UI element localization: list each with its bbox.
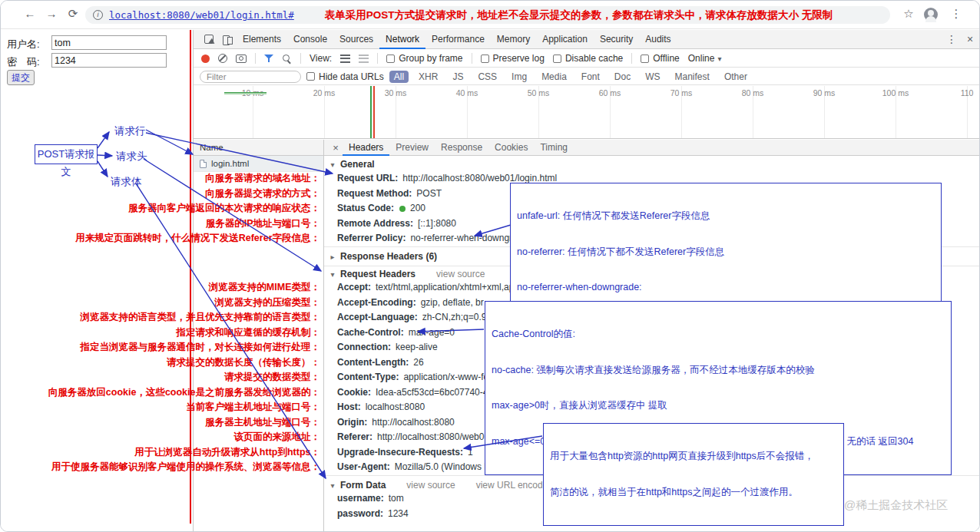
browser-window: ← → ⟳ i localhost:8080/web01/login.html#… xyxy=(0,0,980,532)
checkbox-icon xyxy=(306,72,315,81)
annotation-line: 请求提交的数据长度（传输长度）： xyxy=(48,355,320,371)
tab-sources[interactable]: Sources xyxy=(333,30,379,49)
forward-icon[interactable]: → xyxy=(44,7,59,20)
screenshot-icon[interactable] xyxy=(236,55,247,63)
password-input[interactable] xyxy=(51,53,167,68)
filter-type-all[interactable]: All xyxy=(389,71,409,83)
detail-tab-cookies[interactable]: Cookies xyxy=(488,140,534,156)
preserve-log-checkbox[interactable]: Preserve log xyxy=(481,53,545,64)
tab-network[interactable]: Network xyxy=(379,30,425,49)
filter-type-media[interactable]: Media xyxy=(537,71,571,83)
bookmark-star-icon[interactable]: ☆ xyxy=(901,7,916,21)
password-label: 密 码: xyxy=(7,55,40,69)
throttling-value: Online xyxy=(688,53,715,64)
watermark: @稀土掘金技术社区 xyxy=(844,498,948,513)
filter-icon[interactable] xyxy=(264,55,273,63)
timeline-tick: 50 ms xyxy=(528,88,550,97)
submit-button[interactable]: 提交 xyxy=(7,70,35,85)
browser-toolbar: ← → ⟳ i localhost:8080/web01/login.html#… xyxy=(1,1,979,29)
group-by-frame-checkbox[interactable]: Group by frame xyxy=(386,53,462,64)
tab-security[interactable]: Security xyxy=(594,30,639,49)
inspect-element-icon[interactable] xyxy=(200,30,218,49)
filter-type-manifest[interactable]: Manifest xyxy=(670,71,714,83)
network-filter-input[interactable] xyxy=(200,71,301,83)
preserve-log-label: Preserve log xyxy=(493,53,545,64)
tab-memory[interactable]: Memory xyxy=(491,30,536,49)
triangle-down-icon: ▾ xyxy=(329,160,336,169)
devtools-close-icon[interactable]: × xyxy=(961,30,979,49)
note-line: Cache-Control的值: xyxy=(492,329,945,341)
filter-type-js[interactable]: JS xyxy=(448,71,468,83)
refresh-icon[interactable]: ⟳ xyxy=(65,7,81,21)
clear-icon[interactable] xyxy=(218,54,227,63)
tab-console[interactable]: Console xyxy=(287,30,333,49)
request-row[interactable]: login.html xyxy=(194,156,323,172)
tab-application[interactable]: Application xyxy=(536,30,594,49)
disable-cache-checkbox[interactable]: Disable cache xyxy=(553,53,623,64)
timeline-tick: 30 ms xyxy=(385,88,407,97)
network-overview[interactable]: 10 ms 20 ms 30 ms 40 ms 50 ms 60 ms 70 m… xyxy=(194,86,979,139)
request-name: login.html xyxy=(211,159,249,168)
view-source-link[interactable]: view source xyxy=(406,480,455,491)
detail-tab-response[interactable]: Response xyxy=(435,140,488,156)
view-list-icon[interactable] xyxy=(340,55,350,63)
username-input[interactable] xyxy=(51,35,167,50)
view-label: View: xyxy=(310,53,332,64)
filter-type-xhr[interactable]: XHR xyxy=(414,71,442,83)
note-line: 简洁的说，就相当于在http和https之间起的一个过渡作用。 xyxy=(550,487,837,499)
group-by-frame-label: Group by frame xyxy=(399,53,462,64)
note-line: no-referrer: 任何情况下都不发送Referer字段信息 xyxy=(517,246,935,259)
address-bar[interactable]: i localhost:8080/web01/login.html# 表单采用P… xyxy=(85,6,890,24)
filter-type-img[interactable]: Img xyxy=(507,71,531,83)
divider xyxy=(472,53,472,64)
filter-type-ws[interactable]: WS xyxy=(641,71,664,83)
device-toolbar-icon[interactable] xyxy=(218,30,237,49)
annotation-line: 请求提交的数据类型： xyxy=(48,370,320,385)
view-url-encoded-link[interactable]: view URL encoded xyxy=(476,480,553,491)
tab-elements[interactable]: Elements xyxy=(237,30,287,49)
upgrade-insecure-note-box: 用于大量包含http资源的http网页直接升级到https后不会报错， 简洁的说… xyxy=(543,423,844,526)
filter-type-css[interactable]: CSS xyxy=(473,71,502,83)
url-text[interactable]: localhost:8080/web01/login.html# xyxy=(109,9,294,21)
detail-tab-preview[interactable]: Preview xyxy=(389,140,435,156)
filter-type-doc[interactable]: Doc xyxy=(610,71,635,83)
detail-tab-timing[interactable]: Timing xyxy=(534,140,574,156)
annotation-line: 浏览器支持的压缩类型： xyxy=(48,296,320,311)
close-details-icon[interactable]: × xyxy=(329,142,343,154)
throttling-select[interactable]: Online▾ xyxy=(688,53,722,64)
filter-type-other[interactable]: Other xyxy=(720,71,752,83)
search-icon[interactable] xyxy=(282,54,292,64)
back-icon[interactable]: ← xyxy=(22,7,38,20)
timeline-tick: 20 ms xyxy=(313,88,336,97)
triangle-down-icon: ▾ xyxy=(329,481,336,490)
profile-avatar[interactable] xyxy=(924,8,938,21)
general-title: General xyxy=(340,159,375,170)
address-annotation: 表单采用POST方式提交请求时，地址栏不会显示提交的参数，参数都在请求头中，请求… xyxy=(325,8,833,22)
view-source-link[interactable]: view source xyxy=(436,269,485,279)
timeline-tick: 90 ms xyxy=(813,88,836,97)
timeline-tick: 40 ms xyxy=(456,88,478,97)
record-icon[interactable] xyxy=(201,55,210,63)
note-line: no-cache: 强制每次请求直接发送给源服务器，而不经过本地缓存版本的校验 xyxy=(492,365,945,377)
request-header-label: 请求头 xyxy=(116,150,147,164)
site-info-icon[interactable]: i xyxy=(93,10,103,20)
hide-data-urls-checkbox[interactable]: Hide data URLs xyxy=(306,71,384,82)
section-response-headers[interactable]: ▸ Response Headers (6) xyxy=(329,249,437,263)
detail-tab-headers[interactable]: Headers xyxy=(343,140,389,156)
filter-type-font[interactable]: Font xyxy=(577,71,604,83)
timeline-tick: 100 ms xyxy=(882,88,909,97)
annotation-line: 该页面的来源地址： xyxy=(48,430,320,445)
name-column-header[interactable]: Name xyxy=(194,140,323,156)
section-request-headers[interactable]: ▾ Request Headers view source xyxy=(329,267,485,281)
section-general[interactable]: ▾ General xyxy=(329,157,375,171)
tab-audits[interactable]: Audits xyxy=(639,30,677,49)
devtools-tabbar: Elements Console Sources Network Perform… xyxy=(194,30,979,49)
devtools-menu-icon[interactable]: ⋮ xyxy=(942,30,961,49)
network-filterbar: Hide data URLs All XHR JS CSS Img Media … xyxy=(194,68,979,85)
checkbox-icon xyxy=(386,55,395,63)
tab-performance[interactable]: Performance xyxy=(425,30,491,49)
offline-checkbox[interactable]: Offline xyxy=(641,53,679,64)
section-form-data[interactable]: ▾ Form Data view source view URL encoded xyxy=(329,478,553,492)
view-large-rows-icon[interactable] xyxy=(359,55,369,63)
browser-menu-icon[interactable]: ⋮ xyxy=(949,7,964,21)
